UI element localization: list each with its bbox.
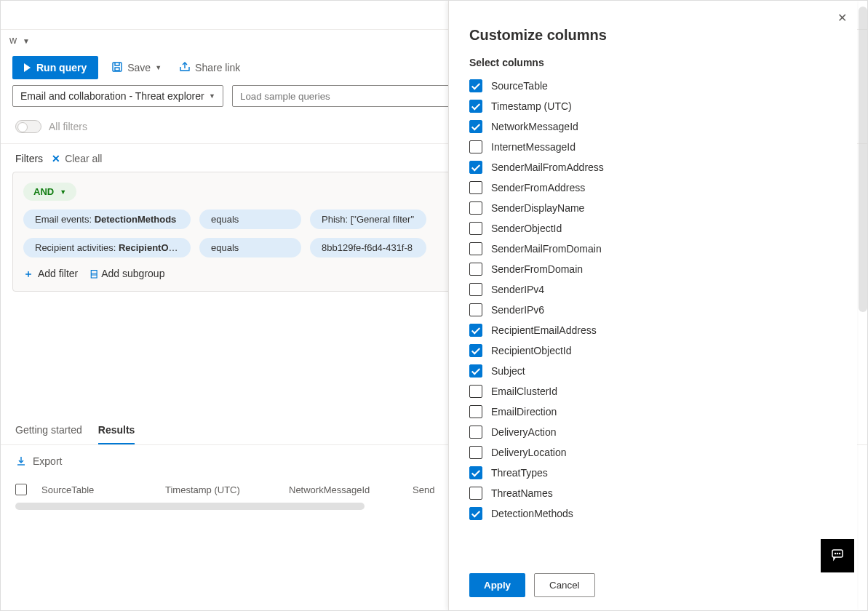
column-checkbox[interactable] <box>469 242 482 255</box>
column-checkbox[interactable] <box>469 466 482 479</box>
logic-operator-badge[interactable]: AND ▼ <box>23 183 76 201</box>
filter-value-chip[interactable]: 8bb129fe-f6d4-431f-8 <box>310 238 426 257</box>
run-query-button[interactable]: Run query <box>12 56 98 79</box>
column-checkbox[interactable] <box>469 405 482 418</box>
export-button[interactable]: Export <box>15 455 62 469</box>
column-checkbox[interactable] <box>469 507 482 520</box>
column-label: EmailClusterId <box>491 386 557 397</box>
column-label: SenderFromAddress <box>491 182 585 193</box>
column-label: DeliveryLocation <box>491 447 567 458</box>
filter-field-chip[interactable]: Recipient activities: RecipientObj... <box>23 238 191 257</box>
save-icon <box>111 61 123 75</box>
column-checkbox[interactable] <box>469 487 482 500</box>
panel-content: Customize columns Select columns SourceT… <box>449 1 857 564</box>
column-option: Timestamp (UTC) <box>469 96 837 116</box>
tab-results[interactable]: Results <box>98 415 135 444</box>
share-link-button[interactable]: Share link <box>175 58 244 78</box>
chat-button[interactable] <box>821 539 854 572</box>
filter-field-chip[interactable]: Email events: DetectionMethods <box>23 209 191 229</box>
apply-button[interactable]: Apply <box>469 573 525 597</box>
horizontal-scrollbar[interactable] <box>15 503 365 510</box>
column-checkbox[interactable] <box>469 446 482 459</box>
column-checkbox[interactable] <box>469 283 482 296</box>
play-icon <box>24 63 31 72</box>
logic-label: AND <box>33 186 54 197</box>
column-header[interactable]: SourceTable <box>41 484 151 495</box>
column-checkbox[interactable] <box>469 201 482 215</box>
cancel-button[interactable]: Cancel <box>534 573 595 597</box>
svg-rect-1 <box>115 68 119 71</box>
subgroup-icon: ⌸ <box>91 268 97 281</box>
column-checkbox[interactable] <box>469 79 482 92</box>
filters-title: Filters <box>15 153 43 164</box>
column-option: RecipientEmailAddress <box>469 320 837 340</box>
column-option: SenderObjectId <box>469 218 837 239</box>
add-filter-label: Add filter <box>38 268 78 281</box>
column-label: ThreatNames <box>491 487 553 499</box>
column-option: DeliveryLocation <box>469 442 837 463</box>
filter-operator-chip[interactable]: equals <box>199 238 301 257</box>
run-query-label: Run query <box>36 62 87 73</box>
add-filter-button[interactable]: ＋ Add filter <box>23 268 78 281</box>
column-header[interactable]: Timestamp (UTC) <box>165 484 274 495</box>
column-checkbox[interactable] <box>469 385 482 398</box>
column-checkbox[interactable] <box>469 303 482 316</box>
add-subgroup-button[interactable]: ⌸ Add subgroup <box>91 268 164 281</box>
download-icon <box>15 455 27 469</box>
column-option: ThreatNames <box>469 483 837 503</box>
column-option: RecipientObjectId <box>469 340 837 361</box>
svg-point-3 <box>835 553 836 554</box>
column-option: EmailDirection <box>469 402 837 422</box>
chevron-down-icon: ▼ <box>155 64 162 71</box>
column-checkbox[interactable] <box>469 120 482 133</box>
scope-select[interactable]: Email and collaboration - Threat explore… <box>12 85 223 107</box>
column-label: Timestamp (UTC) <box>491 100 572 112</box>
column-checkbox[interactable] <box>469 181 482 194</box>
vertical-scrollbar[interactable] <box>859 7 867 312</box>
column-option: ThreatTypes <box>469 463 837 483</box>
column-label: SenderObjectId <box>491 223 562 234</box>
save-button[interactable]: Save ▼ <box>107 58 166 78</box>
column-option: Subject <box>469 361 837 381</box>
column-checkbox[interactable] <box>469 344 482 357</box>
column-checkbox[interactable] <box>469 324 482 337</box>
column-checkbox[interactable] <box>469 222 482 235</box>
column-checkbox[interactable] <box>469 426 482 439</box>
column-label: SenderDisplayName <box>491 202 584 214</box>
column-option: SenderIPv4 <box>469 279 837 300</box>
column-label: NetworkMessageId <box>491 121 578 132</box>
filter-value-chip[interactable]: Phish: ["General filter" <box>310 209 426 229</box>
column-label: SourceTable <box>491 80 548 92</box>
panel-title: Customize columns <box>469 27 837 44</box>
add-subgroup-label: Add subgroup <box>101 268 164 281</box>
column-label: RecipientEmailAddress <box>491 324 597 336</box>
column-option: EmailClusterId <box>469 381 837 402</box>
filter-operator-chip[interactable]: equals <box>199 209 301 229</box>
clear-all-label: Clear all <box>65 153 102 164</box>
plus-icon: ＋ <box>23 268 33 281</box>
column-label: EmailDirection <box>491 406 557 418</box>
column-checkbox[interactable] <box>469 364 482 378</box>
column-option: NetworkMessageId <box>469 116 837 137</box>
close-icon: ✕ <box>52 153 60 164</box>
column-checkbox[interactable] <box>469 100 482 113</box>
column-label: Subject <box>491 365 525 377</box>
share-icon <box>179 61 191 75</box>
column-option: DeliveryAction <box>469 422 837 442</box>
select-all-checkbox[interactable] <box>15 484 27 495</box>
clear-all-button[interactable]: ✕ Clear all <box>52 153 102 164</box>
column-checkbox[interactable] <box>469 140 482 153</box>
close-panel-button[interactable]: ✕ <box>837 11 847 25</box>
svg-rect-0 <box>113 63 122 71</box>
column-label: DeliveryAction <box>491 426 556 438</box>
column-option: SenderIPv6 <box>469 300 837 320</box>
column-label: SenderIPv6 <box>491 304 544 316</box>
all-filters-toggle[interactable] <box>15 120 41 133</box>
column-option: SenderMailFromDomain <box>469 239 837 259</box>
column-checkbox[interactable] <box>469 263 482 276</box>
tab-getting-started[interactable]: Getting started <box>15 415 82 444</box>
column-label: DetectionMethods <box>491 508 573 519</box>
column-header[interactable]: NetworkMessageId <box>289 484 398 495</box>
column-checkbox[interactable] <box>469 161 482 174</box>
scope-label: Email and collaboration - Threat explore… <box>20 90 204 102</box>
